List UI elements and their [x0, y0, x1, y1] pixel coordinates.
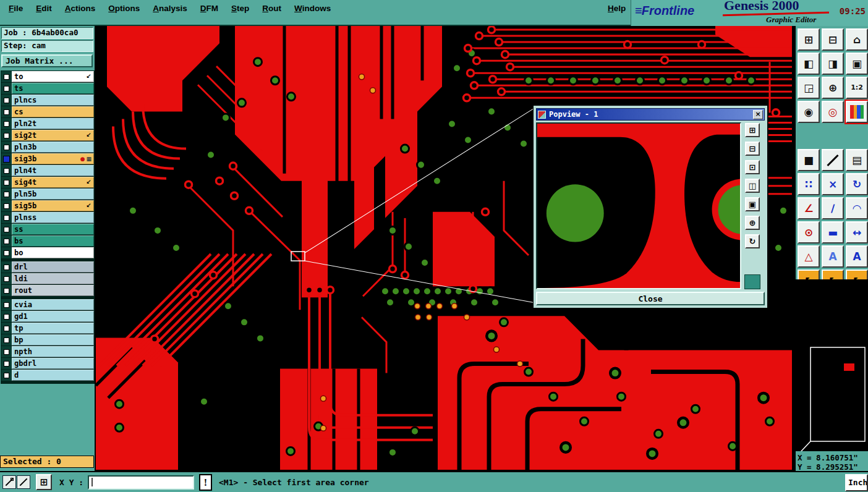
layer-checkbox[interactable] [1, 358, 12, 369]
layer-checkbox[interactable] [1, 370, 12, 381]
zoom-1-2-button[interactable]: 1:2 [846, 77, 868, 99]
layer-row-rout[interactable]: rout [1, 285, 94, 296]
copy-window-button[interactable]: ⊞ [798, 28, 820, 51]
layer-row-sig3b[interactable]: sig3b●▦ [1, 153, 94, 164]
layer-row-bs[interactable]: bs [1, 235, 94, 247]
angle-snap-icon[interactable] [17, 475, 30, 489]
pan-left-button[interactable]: ◧ [798, 53, 820, 75]
units-button[interactable]: Inch [845, 474, 868, 491]
layer-row-plnss[interactable]: plnss [1, 212, 94, 223]
pv-pan-button[interactable]: ⊡ [745, 160, 760, 174]
layer-checkbox[interactable] [1, 165, 12, 176]
layer-row-ldi[interactable]: ldi [1, 273, 94, 284]
layer-checkbox[interactable] [1, 235, 12, 247]
distance-measure-button[interactable]: ↔ [846, 221, 868, 244]
paste-window-button[interactable]: ⊟ [822, 28, 844, 51]
text-outline-button[interactable]: A [822, 245, 844, 268]
pv-refresh-button[interactable]: ↻ [745, 234, 760, 248]
layer-row-pln5b[interactable]: pln5b [1, 189, 94, 200]
pan-right-button[interactable]: ◨ [822, 53, 844, 75]
layer-row-cs[interactable]: cs [1, 106, 94, 117]
text-filled-button[interactable]: A [846, 245, 868, 268]
layer-checkbox[interactable] [1, 346, 12, 357]
draw-line-button[interactable] [822, 149, 844, 171]
pv-zoom-fit-button[interactable]: ⊕ [745, 216, 760, 230]
layer-checkbox[interactable] [1, 261, 12, 273]
menu-analysis[interactable]: Analysis [153, 4, 187, 13]
restore-view-button[interactable]: ▣ [846, 53, 868, 75]
popview-close-button[interactable]: Close [536, 292, 765, 305]
alert-button[interactable]: ! [199, 474, 212, 491]
dfm-triangle-button[interactable]: △ [798, 245, 820, 268]
slope-line-button[interactable]: ∕ [822, 197, 844, 219]
net-points-button[interactable]: ∷ [798, 173, 820, 195]
layer-checkbox[interactable] [1, 273, 12, 284]
popview-viewport[interactable] [536, 122, 741, 289]
layer-checkbox[interactable] [1, 118, 12, 129]
delete-x-button[interactable]: × [822, 173, 844, 195]
popview-titlebar[interactable]: Popview - 1 × [536, 108, 765, 121]
layer-checkbox[interactable] [1, 177, 12, 188]
layer-checkbox[interactable] [1, 95, 12, 106]
layer-row-to[interactable]: to↙ [1, 71, 94, 82]
menu-windows[interactable]: Windows [294, 4, 331, 13]
menu-options[interactable]: Options [108, 4, 140, 13]
layer-row-ss[interactable]: ss [1, 224, 94, 235]
angle-measure-button[interactable]: ∠ [798, 197, 820, 219]
menu-file[interactable]: File [9, 4, 23, 13]
grid-window-button[interactable]: ⊞ [36, 474, 52, 490]
layer-checkbox[interactable] [1, 311, 12, 322]
zoom-window-button[interactable]: ◲ [798, 77, 820, 99]
layer-row-gbdrl[interactable]: gbdrl [1, 358, 94, 369]
rotate-button[interactable]: ↻ [846, 173, 868, 195]
zoom-center-button[interactable]: ⊕ [822, 77, 844, 99]
layer-work-indicator[interactable] [1, 153, 12, 164]
pv-copy-button[interactable]: ⊞ [745, 123, 760, 137]
layer-checkbox[interactable] [1, 130, 12, 141]
layer-row-bp[interactable]: bp [1, 334, 94, 346]
layer-colors-button[interactable] [846, 101, 868, 123]
pv-prev-view-button[interactable]: ◫ [745, 179, 760, 193]
layer-row-sig2t[interactable]: sig2t↙ [1, 130, 94, 141]
layer-row-ts[interactable]: ts [1, 83, 94, 94]
popview-scroll-thumb[interactable] [744, 274, 760, 289]
layer-checkbox[interactable] [1, 200, 12, 211]
menu-step[interactable]: Step [231, 4, 249, 13]
target-point-button[interactable]: ⊙ [798, 221, 820, 244]
layer-checkbox[interactable] [1, 189, 12, 200]
highlight-point-button[interactable]: ◎ [822, 101, 844, 123]
layer-row-tp[interactable]: tp [1, 323, 94, 334]
menu-actions[interactable]: Actions [65, 4, 96, 13]
job-field[interactable]: Job : 6b4ab00ca0 [1, 27, 93, 39]
layer-checkbox[interactable] [1, 334, 12, 346]
layer-row-sig4t[interactable]: sig4t↙ [1, 177, 94, 188]
home-view-button[interactable]: ⌂ [846, 28, 868, 51]
redraw-button[interactable]: ◉ [798, 101, 820, 123]
layer-checkbox[interactable] [1, 212, 12, 223]
menu-edit[interactable]: Edit [36, 4, 52, 13]
layer-row-plncs[interactable]: plncs [1, 95, 94, 106]
layer-checkbox[interactable] [1, 285, 12, 296]
layer-row-drl[interactable]: drl [1, 261, 94, 273]
layer-row-bo[interactable]: bo [1, 247, 94, 258]
ruler-button[interactable]: ▤ [846, 149, 868, 171]
layer-checkbox[interactable] [1, 299, 12, 310]
pv-zoom-out-button[interactable]: ⊟ [745, 142, 760, 156]
job-matrix-button[interactable]: Job Matrix ... [1, 54, 93, 67]
layer-row-gd1[interactable]: gd1 [1, 311, 94, 322]
layer-row-npth[interactable]: npth [1, 346, 94, 357]
step-field[interactable]: Step: cam [1, 40, 93, 52]
menu-rout[interactable]: Rout [262, 4, 281, 13]
popview-close-x-button[interactable]: × [753, 110, 763, 119]
arc-tool-button[interactable]: ◠ [846, 197, 868, 219]
menu-help[interactable]: Help [608, 4, 626, 13]
menu-dfm[interactable]: DFM [200, 4, 218, 13]
solid-fill-button[interactable]: ■ [798, 149, 820, 171]
layer-checkbox[interactable] [1, 323, 12, 334]
layer-row-pln4t[interactable]: pln4t [1, 165, 94, 176]
layer-checkbox[interactable] [1, 247, 12, 258]
line-snap-icon[interactable] [2, 475, 16, 489]
layer-checkbox[interactable] [1, 142, 12, 153]
width-bar-button[interactable]: ▬ [822, 221, 844, 244]
layer-row-pln2t[interactable]: pln2t [1, 118, 94, 129]
